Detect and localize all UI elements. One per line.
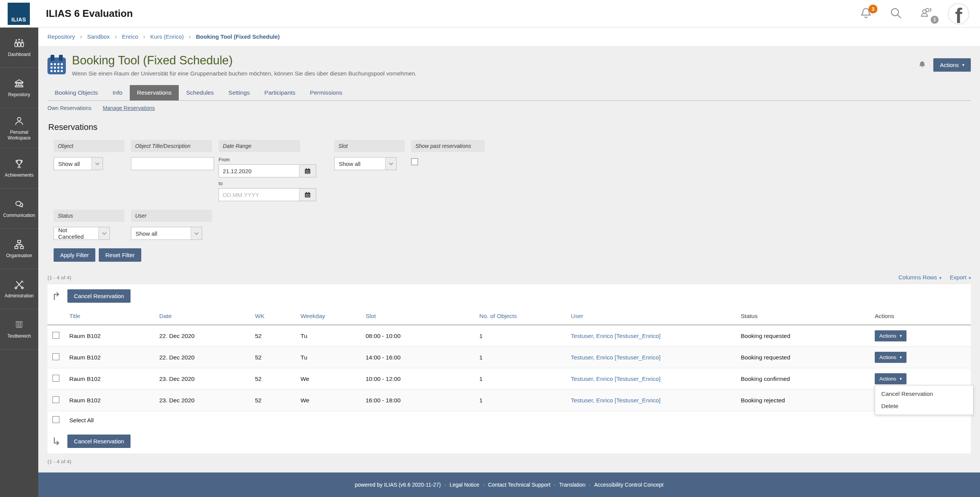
- date-from-input[interactable]: [219, 165, 299, 177]
- tab-info[interactable]: Info: [105, 85, 130, 100]
- calendar-icon[interactable]: [299, 189, 316, 201]
- chevron-down-icon: [91, 157, 103, 170]
- chevron-down-icon: ▾: [969, 276, 971, 280]
- select-all-checkbox[interactable]: [52, 416, 59, 423]
- footer-link-accessibility-control-concept[interactable]: Accessibility Control Concept: [594, 482, 663, 488]
- column-header-weekday[interactable]: Weekday: [296, 308, 361, 325]
- export-dropdown[interactable]: Export▾: [950, 274, 971, 280]
- filter-row-1: Object Show all Object Title/Description…: [54, 140, 971, 201]
- cancel-reservation-bottom-button[interactable]: Cancel Reservation: [67, 435, 131, 448]
- column-header-date[interactable]: Date: [154, 308, 250, 325]
- result-count-bottom: (1 - 4 of 4): [47, 459, 971, 464]
- menu-item-cancel-reservation[interactable]: Cancel Reservation: [875, 388, 973, 400]
- row-checkbox[interactable]: [52, 353, 59, 360]
- footer-link-legal-notice[interactable]: Legal Notice: [449, 482, 479, 488]
- sidebar-item-label: Repository: [7, 92, 31, 97]
- row-checkbox[interactable]: [52, 332, 59, 339]
- filter-row-2: Status Not Cancelled User Show all: [54, 210, 971, 240]
- cell-objects: 1: [474, 347, 566, 368]
- column-header-no-of-objects[interactable]: No. of Objects: [474, 308, 566, 325]
- main-column: Repository›Sandbox›Enrico›Kurs (Enrico)›…: [38, 28, 980, 497]
- personal-workspace-icon: [13, 115, 25, 127]
- cell-status: Booking confirmed: [736, 368, 870, 390]
- menu-item-delete[interactable]: Delete: [875, 400, 973, 412]
- booking-pool-icon: [47, 57, 66, 74]
- row-checkbox[interactable]: [52, 396, 59, 403]
- title-desc-input[interactable]: [131, 157, 214, 170]
- user-select[interactable]: Show all: [131, 227, 202, 240]
- main-sidebar: DashboardRepositoryPersonal WorkspaceAch…: [0, 28, 38, 497]
- user-link[interactable]: Testuser, Enrico [Testuser_Enrico]: [571, 354, 660, 361]
- object-select[interactable]: Show all: [54, 157, 103, 170]
- status-select[interactable]: Not Cancelled: [54, 227, 110, 240]
- sidebar-item-label: Administration: [3, 293, 35, 299]
- row-actions-button[interactable]: Actions▾: [875, 373, 906, 384]
- footer-separator: ·: [483, 482, 485, 488]
- breadcrumb-link[interactable]: Kurs (Enrico): [150, 33, 184, 40]
- user-link[interactable]: Testuser, Enrico [Testuser_Enrico]: [571, 333, 660, 339]
- sidebar-item-testbereich[interactable]: Testbereich: [0, 309, 38, 349]
- show-past-checkbox[interactable]: [411, 158, 418, 165]
- topbar-actions: 3 1 f: [858, 3, 969, 25]
- object-notification-bell-icon[interactable]: [917, 60, 927, 70]
- avatar[interactable]: f: [948, 3, 969, 25]
- tab-permissions[interactable]: Permissions: [303, 85, 350, 100]
- breadcrumb-link[interactable]: Repository: [47, 33, 75, 40]
- column-header-title[interactable]: Title: [64, 308, 154, 325]
- filter-label-status: Status: [54, 210, 124, 222]
- calendar-icon[interactable]: [299, 165, 316, 177]
- row-actions-button[interactable]: Actions▾: [875, 330, 906, 341]
- footer-link-contact-technical-support[interactable]: Contact Technical Support: [488, 482, 550, 488]
- columns-rows-dropdown[interactable]: Columns Rows▾: [898, 274, 941, 280]
- column-header-wk[interactable]: WK: [250, 308, 296, 325]
- column-header-slot[interactable]: Slot: [361, 308, 474, 325]
- row-checkbox[interactable]: [52, 375, 59, 382]
- tab-participants[interactable]: Participants: [257, 85, 303, 100]
- sidebar-item-organisation[interactable]: Organisation: [0, 229, 38, 269]
- ilias-logo[interactable]: ILIAS: [8, 3, 30, 25]
- sidebar-item-communication[interactable]: Communication: [0, 189, 38, 229]
- arrow-down-right-icon: [51, 436, 62, 446]
- search-button[interactable]: [888, 6, 903, 21]
- sidebar-item-repository[interactable]: Repository: [0, 68, 38, 108]
- sidebar-item-administration[interactable]: Administration: [0, 269, 38, 309]
- tab-settings[interactable]: Settings: [221, 85, 257, 100]
- sidebar-item-achievements[interactable]: Achievements: [0, 148, 38, 189]
- filter-label-slot: Slot: [334, 140, 405, 152]
- breadcrumb: Repository›Sandbox›Enrico›Kurs (Enrico)›…: [38, 28, 980, 46]
- testbereich-icon: [13, 319, 25, 331]
- online-users-button[interactable]: 1: [918, 6, 933, 21]
- breadcrumb-link[interactable]: Sandbox: [87, 33, 109, 40]
- cell-date: 22. Dec 2020: [154, 347, 250, 368]
- footer-separator: ·: [589, 482, 591, 488]
- row-actions-button[interactable]: Actions▾: [875, 352, 906, 363]
- apply-filter-button[interactable]: Apply Filter: [54, 248, 95, 262]
- cell-slot: 08:00 - 10:00: [361, 325, 474, 347]
- slot-select[interactable]: Show all: [334, 157, 397, 170]
- cell-weekday: We: [296, 390, 361, 411]
- date-to-input[interactable]: [219, 189, 299, 201]
- page-actions-button[interactable]: Actions▾: [933, 58, 971, 72]
- section-title: Reservations: [48, 122, 971, 132]
- footer-link-translation[interactable]: Translation: [559, 482, 585, 488]
- tab-booking-objects[interactable]: Booking Objects: [47, 85, 105, 100]
- tab-schedules[interactable]: Schedules: [179, 85, 221, 100]
- app-title: ILIAS 6 Evaluation: [46, 8, 133, 20]
- subtab-manage-reservations[interactable]: Manage Reservations: [103, 105, 155, 111]
- tab-reservations[interactable]: Reservations: [130, 85, 179, 100]
- cell-title: Raum B102: [64, 347, 154, 368]
- user-link[interactable]: Testuser, Enrico [Testuser_Enrico]: [571, 397, 660, 404]
- column-header-user[interactable]: User: [566, 308, 736, 325]
- breadcrumb-link[interactable]: Enrico: [122, 33, 138, 40]
- cancel-reservation-top-button[interactable]: Cancel Reservation: [67, 289, 131, 303]
- cell-title: Raum B102: [64, 368, 154, 390]
- user-link[interactable]: Testuser, Enrico [Testuser_Enrico]: [571, 376, 660, 382]
- sidebar-item-dashboard[interactable]: Dashboard: [0, 28, 38, 68]
- sidebar-item-label: Testbereich: [6, 333, 32, 339]
- subtab-own-reservations[interactable]: Own Reservations: [47, 105, 91, 111]
- reset-filter-button[interactable]: Reset Filter: [99, 248, 141, 262]
- subtab-bar: Own ReservationsManage Reservations: [47, 101, 971, 113]
- notification-center-button[interactable]: 3: [858, 6, 874, 21]
- breadcrumb-link[interactable]: Booking Tool (Fixed Schedule): [196, 33, 280, 40]
- sidebar-item-personal-workspace[interactable]: Personal Workspace: [0, 108, 38, 148]
